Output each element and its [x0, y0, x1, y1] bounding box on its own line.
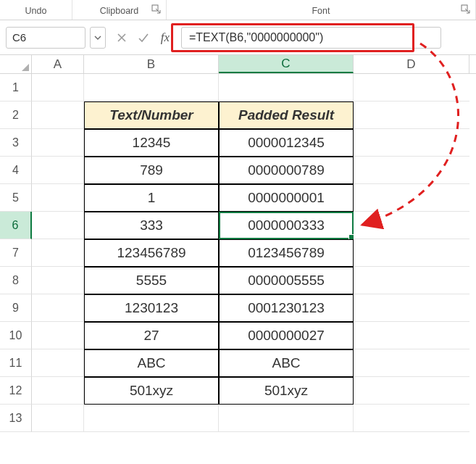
cell[interactable]: ABC	[84, 349, 219, 377]
ribbon-group-undo: Undo	[0, 0, 72, 20]
row-header[interactable]: 5	[0, 184, 32, 212]
cell[interactable]: 27	[84, 322, 219, 349]
table-header-cell[interactable]: Text/Number	[84, 102, 219, 129]
cell[interactable]	[354, 102, 469, 129]
clipboard-dialog-launcher-icon[interactable]	[151, 4, 162, 14]
cell[interactable]	[354, 267, 469, 294]
row-header[interactable]: 13	[0, 405, 32, 432]
cell[interactable]	[32, 239, 84, 267]
cell[interactable]	[32, 405, 84, 432]
row: 12 501xyz 501xyz	[0, 377, 476, 405]
table-header-cell[interactable]: Padded Result	[219, 102, 354, 129]
cell[interactable]	[354, 239, 469, 267]
cell[interactable]	[354, 74, 469, 102]
row: 2 Text/Number Padded Result	[0, 102, 476, 129]
row-header[interactable]: 4	[0, 157, 32, 184]
cell[interactable]	[354, 377, 469, 405]
cell[interactable]: 1	[84, 184, 219, 212]
cell[interactable]: 501xyz	[219, 377, 354, 405]
formula-bar-buttons: fx	[112, 28, 175, 48]
cell[interactable]	[32, 184, 84, 212]
row: 10 27 0000000027	[0, 322, 476, 349]
clipboard-label: Clipboard	[100, 6, 139, 16]
active-cell[interactable]: 0000000333	[219, 212, 354, 239]
formula-bar-row: C6 fx =TEXT(B6,"0000000000")	[0, 20, 476, 55]
cell[interactable]: 123456789	[84, 239, 219, 267]
cell[interactable]: 5555	[84, 267, 219, 294]
cell[interactable]	[32, 102, 84, 129]
cell[interactable]	[219, 74, 354, 102]
ribbon-group-clipboard: Clipboard	[72, 0, 167, 20]
row-header[interactable]: 7	[0, 239, 32, 267]
ribbon-group-font: Font	[167, 0, 476, 20]
column-header-row: A B C D	[0, 55, 476, 74]
row-header[interactable]: 10	[0, 322, 32, 349]
cell[interactable]: 1230123	[84, 294, 219, 322]
cell[interactable]	[32, 157, 84, 184]
ribbon-group-labels: Undo Clipboard Font	[0, 0, 476, 20]
row-header[interactable]: 8	[0, 267, 32, 294]
cell[interactable]	[32, 74, 84, 102]
name-box[interactable]: C6	[6, 27, 85, 49]
cell[interactable]	[354, 294, 469, 322]
row-header[interactable]: 1	[0, 74, 32, 102]
name-box-wrap: C6	[6, 27, 106, 49]
enter-button[interactable]	[133, 28, 154, 48]
cell[interactable]	[32, 377, 84, 405]
cell[interactable]	[32, 267, 84, 294]
cell[interactable]	[84, 74, 219, 102]
fx-icon: fx	[161, 30, 170, 45]
cell[interactable]: 789	[84, 157, 219, 184]
row: 4 789 0000000789	[0, 157, 476, 184]
cell[interactable]: 0001230123	[219, 294, 354, 322]
cell[interactable]	[32, 129, 84, 157]
row: 5 1 0000000001	[0, 184, 476, 212]
cell[interactable]	[32, 349, 84, 377]
close-icon	[117, 33, 127, 43]
column-header-a[interactable]: A	[32, 55, 84, 73]
cell[interactable]	[354, 157, 469, 184]
cell[interactable]	[84, 405, 219, 432]
column-header-b[interactable]: B	[84, 55, 219, 73]
formula-input[interactable]: =TEXT(B6,"0000000000")	[181, 27, 441, 49]
cell[interactable]: 501xyz	[84, 377, 219, 405]
check-icon	[138, 32, 149, 44]
cell[interactable]: 0123456789	[219, 239, 354, 267]
row: 13	[0, 405, 476, 432]
cell[interactable]	[219, 405, 354, 432]
select-all-corner[interactable]	[0, 55, 32, 73]
row-header[interactable]: 12	[0, 377, 32, 405]
cell[interactable]	[354, 349, 469, 377]
insert-function-button[interactable]: fx	[155, 28, 175, 48]
column-header-d[interactable]: D	[354, 55, 469, 73]
cell[interactable]	[354, 129, 469, 157]
cell[interactable]: 0000012345	[219, 129, 354, 157]
cell[interactable]	[32, 322, 84, 349]
name-box-dropdown[interactable]	[90, 27, 106, 49]
cell[interactable]: 12345	[84, 129, 219, 157]
cell[interactable]: 0000000001	[219, 184, 354, 212]
row-header[interactable]: 9	[0, 294, 32, 322]
row-header[interactable]: 2	[0, 102, 32, 129]
cell[interactable]	[32, 294, 84, 322]
cell[interactable]	[354, 405, 469, 432]
font-dialog-launcher-icon[interactable]	[461, 4, 471, 14]
row: 8 5555 0000005555	[0, 267, 476, 294]
row: 9 1230123 0001230123	[0, 294, 476, 322]
cancel-button[interactable]	[112, 28, 132, 48]
cell[interactable]: 0000000789	[219, 157, 354, 184]
cell[interactable]: ABC	[219, 349, 354, 377]
row-header[interactable]: 3	[0, 129, 32, 157]
cell[interactable]: 0000005555	[219, 267, 354, 294]
cell[interactable]	[32, 212, 84, 239]
cell[interactable]: 0000000027	[219, 322, 354, 349]
cell[interactable]	[354, 212, 469, 239]
column-header-c[interactable]: C	[219, 55, 354, 73]
cell[interactable]	[354, 184, 469, 212]
cell[interactable]	[354, 322, 469, 349]
spreadsheet: A B C D 1 2 Text/Number Padded Result 3 …	[0, 55, 476, 432]
cell[interactable]: 333	[84, 212, 219, 239]
name-box-value: C6	[12, 31, 26, 44]
row-header[interactable]: 11	[0, 349, 32, 377]
row-header[interactable]: 6	[0, 212, 32, 239]
